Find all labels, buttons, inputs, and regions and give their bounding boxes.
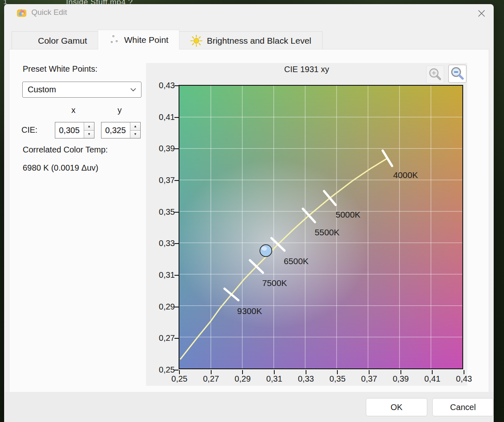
cie-y-decrement-button[interactable]: ▼ xyxy=(130,131,140,138)
preset-selected-value: Custom xyxy=(28,85,56,94)
axis-tick-label: 0,39 xyxy=(149,144,175,153)
axis-tick-label xyxy=(174,85,179,86)
zoom-in-button[interactable] xyxy=(426,66,444,84)
axis-tick-label xyxy=(174,117,179,118)
tab-label: Color Gamut xyxy=(38,36,87,46)
axis-tick-label: 0,29 xyxy=(228,374,257,384)
axis-tick-label: 0,37 xyxy=(355,374,384,384)
chart-title: CIE 1931 xy xyxy=(146,65,467,74)
temperature-label: 5000K xyxy=(336,210,360,219)
axis-tick-label: 0,27 xyxy=(197,374,226,384)
zoom-out-button[interactable] xyxy=(448,65,466,83)
cie-y-input[interactable]: 0,325 xyxy=(101,122,130,138)
axis-tick-label: 0,33 xyxy=(149,239,175,248)
axis-tick-label: 0,31 xyxy=(260,374,289,384)
axis-tick-label: 0,43 xyxy=(450,374,478,384)
cie-label: CIE: xyxy=(21,125,38,135)
axis-tick-label xyxy=(174,307,179,307)
axis-tick-label xyxy=(464,370,464,374)
axis-tick-label: 0,27 xyxy=(149,333,175,343)
axis-tick-label: 0,35 xyxy=(149,207,175,217)
axis-tick-label xyxy=(274,370,275,374)
axis-tick-label: 0,43 xyxy=(149,81,175,90)
cie-x-spinbox: 0,305 ▲ ▼ xyxy=(55,122,94,138)
temperature-label: 6500K xyxy=(284,256,309,266)
magnifier-minus-icon xyxy=(450,66,465,82)
ok-button[interactable]: OK xyxy=(366,398,427,416)
correlated-color-temp-label: Correlated Color Temp: xyxy=(23,145,108,155)
axis-tick-label: 0,33 xyxy=(292,374,320,384)
axis-tick-label xyxy=(174,243,179,244)
color-gamut-icon xyxy=(23,35,34,47)
axis-tick-label: 0,25 xyxy=(149,365,175,375)
axis-tick-label xyxy=(174,275,179,276)
brightness-icon xyxy=(190,35,203,47)
title-bar: Quick Edit xyxy=(4,4,494,21)
close-icon xyxy=(478,10,485,17)
temperature-label: 5500K xyxy=(315,227,339,237)
dialog-footer: OK Cancel xyxy=(4,392,494,422)
preset-white-points-label: Preset White Points: xyxy=(23,64,97,74)
axis-tick-label: 0,41 xyxy=(418,374,447,384)
temperature-label: 4000K xyxy=(393,170,418,180)
axis-tick-label: 0,39 xyxy=(386,374,415,384)
axis-tick-label xyxy=(174,370,179,370)
axis-tick-label: 0,35 xyxy=(323,374,352,384)
axis-tick-label: 0,37 xyxy=(149,176,175,185)
axis-tick-label xyxy=(179,370,180,374)
tab-white-point[interactable]: White Point xyxy=(98,30,179,49)
axis-tick-label: 0,25 xyxy=(165,374,194,384)
preset-white-points-select[interactable]: Custom xyxy=(22,82,141,98)
x-column-label: x xyxy=(71,106,75,115)
correlated-color-temp-value: 6980 K (0.0019 Δuv) xyxy=(23,163,98,173)
cie-y-increment-button[interactable]: ▲ xyxy=(130,122,140,131)
axis-tick-label xyxy=(174,180,179,181)
axis-tick-label xyxy=(337,370,338,374)
axis-tick-label xyxy=(174,148,179,149)
axis-tick-label xyxy=(174,212,179,213)
tab-label: Brightness and Black Level xyxy=(207,36,311,46)
axis-tick-label xyxy=(432,370,433,374)
axis-tick-label: 0,31 xyxy=(149,270,175,280)
axis-tick-label xyxy=(211,370,212,374)
dialog-title: Quick Edit xyxy=(31,8,67,17)
axis-tick-label xyxy=(174,338,179,339)
white-point-tab-page: Preset White Points: Custom x y CIE: 0,3… xyxy=(9,49,489,396)
quick-edit-dialog: Quick Edit Color Gamut White Point xyxy=(4,4,494,422)
cie-x-increment-button[interactable]: ▲ xyxy=(84,122,94,131)
axis-tick-label: 0,29 xyxy=(149,302,175,312)
white-point-marker[interactable] xyxy=(260,245,272,257)
temperature-label: 7500K xyxy=(262,278,287,288)
cie-chart-panel: CIE 1931 xy 4000K5000K5500 xyxy=(146,63,467,386)
magnifier-plus-icon xyxy=(428,67,443,82)
temperature-label: 9300K xyxy=(237,306,262,316)
cancel-button[interactable]: Cancel xyxy=(432,398,494,416)
axis-tick-label xyxy=(369,370,370,374)
app-icon xyxy=(16,8,27,18)
cie-x-decrement-button[interactable]: ▼ xyxy=(84,131,94,138)
y-column-label: y xyxy=(118,106,122,115)
close-button[interactable] xyxy=(475,7,488,20)
axis-tick-label: 0,41 xyxy=(149,113,175,122)
tab-color-gamut[interactable]: Color Gamut xyxy=(12,31,98,49)
axis-tick-label xyxy=(242,370,243,374)
chevron-down-icon xyxy=(130,88,136,91)
cie-1931-xy-plot[interactable]: 4000K5000K5500K6500K7500K9300K xyxy=(179,85,463,369)
axis-tick-label xyxy=(400,370,401,374)
tab-brightness-black-level[interactable]: Brightness and Black Level xyxy=(179,31,322,49)
tab-label: White Point xyxy=(124,35,168,45)
white-point-icon xyxy=(109,34,120,46)
plot-overlay: 4000K5000K5500K6500K7500K9300K xyxy=(179,86,462,368)
tab-strip: Color Gamut White Point xyxy=(12,31,323,49)
axis-tick-label xyxy=(306,370,306,374)
cie-x-input[interactable]: 0,305 xyxy=(55,122,84,138)
cie-y-spinbox: 0,325 ▲ ▼ xyxy=(101,122,141,138)
